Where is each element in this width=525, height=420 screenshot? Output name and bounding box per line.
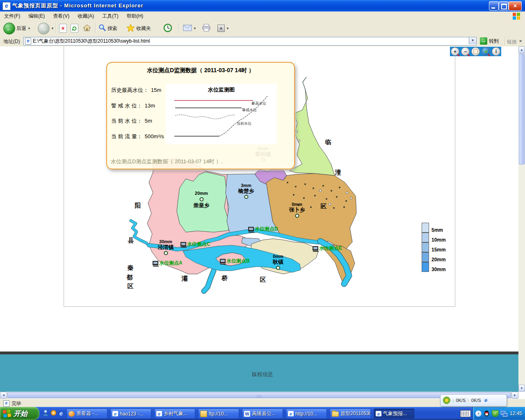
network-tray-icon[interactable]: [501, 411, 507, 417]
region-zhangbu[interactable]: [266, 173, 356, 250]
legend-label-20mm: 20mm: [431, 257, 446, 262]
net-speed-widget[interactable]: ↓ 0K/S ↑ 0K/S e: [440, 394, 507, 406]
mail-dropdown-icon[interactable]: ▼: [193, 27, 196, 30]
taskbar-button-乡村气象...[interactable]: e乡村气象...: [154, 409, 195, 419]
360-safety-icon: [443, 397, 450, 404]
zoom-in-icon[interactable]: +: [451, 47, 459, 56]
town-label-泾渭镇: 30mm泾渭镇: [158, 240, 174, 257]
stop-icon: ×: [59, 24, 67, 33]
search-label: 搜索: [107, 25, 117, 32]
ftp-icon: [200, 411, 207, 417]
vertical-scrollbar[interactable]: ▲ ▼: [518, 46, 525, 392]
town-dot-icon: [295, 214, 299, 218]
taskbar-button-hao123 -...[interactable]: ehao123 -...: [110, 409, 151, 419]
start-button[interactable]: 开始: [0, 407, 39, 420]
home-button[interactable]: [83, 22, 91, 34]
tray-clock: 12:45: [510, 411, 522, 416]
station-水位测点D[interactable]: 水位测点D: [248, 226, 278, 233]
print-button[interactable]: [202, 22, 211, 34]
menu-item-3[interactable]: 收藏(A): [73, 11, 98, 20]
taskbar-button-原型20110530[interactable]: 原型20110530: [330, 409, 371, 419]
taskbar-button-查看器 -...[interactable]: 查看器 -...: [66, 409, 107, 419]
scroll-down-icon[interactable]: ▼: [518, 385, 525, 392]
rainfall-value: 0mm: [273, 254, 283, 259]
stop-button[interactable]: ×: [59, 22, 67, 34]
links-label[interactable]: 链接: [507, 39, 517, 46]
forward-dropdown-icon[interactable]: ▼: [51, 27, 54, 30]
field-label: 当 前 流 量：: [111, 133, 142, 139]
close-button[interactable]: ×: [509, 1, 522, 11]
station-monitor-icon: [313, 246, 318, 251]
water-level-chart: 水位监测图 最高水位 警戒水位 当前水位: [166, 84, 277, 144]
taskbar-button-ftp://10...[interactable]: ftp://10...: [198, 409, 239, 419]
address-dropdown-icon[interactable]: ▼: [469, 37, 476, 44]
minimize-button[interactable]: [489, 1, 499, 11]
history-button[interactable]: [163, 22, 172, 34]
taskbar-button-高陵县公...[interactable]: W高陵县公...: [242, 409, 283, 419]
town-dot: [238, 194, 254, 201]
forward-button[interactable]: → ▼: [38, 22, 54, 34]
popup-title: 水位测点D监测数据（ 2011-03-07 14时 ）: [107, 67, 294, 74]
ie-icon: e: [376, 411, 381, 416]
taskbar: 开始 e » 查看器 -...ehao123 -...e乡村气象...ftp:/…: [0, 407, 525, 420]
quick-launch-ie-icon[interactable]: e: [57, 410, 65, 417]
station-水位测点A[interactable]: 水位测点A: [153, 260, 183, 267]
go-button[interactable]: → 转到: [480, 37, 499, 45]
pan-icon[interactable]: [471, 47, 480, 56]
mail-button[interactable]: ▼: [183, 22, 196, 34]
taskbar-button-气象预报...[interactable]: e气象预报...: [374, 409, 415, 419]
quick-launch-messenger-icon[interactable]: [42, 410, 49, 417]
print-icon: [202, 24, 211, 33]
menu-item-1[interactable]: 编辑(E): [24, 11, 49, 20]
security-shield-icon[interactable]: ✓: [492, 410, 499, 417]
history-clock-icon: [163, 23, 172, 34]
menu-item-5[interactable]: 帮助(H): [123, 11, 148, 20]
links-chevron-icon[interactable]: »: [519, 38, 522, 43]
input-method-keyboard-icon[interactable]: [460, 410, 471, 417]
station-monitor-icon: [153, 261, 158, 265]
menu-bar: 文件(F)编辑(E)查看(V)收藏(A)工具(T)帮助(H): [0, 11, 525, 21]
copyright-text: 版权信息: [0, 371, 525, 378]
address-input[interactable]: e E:\气象台\原型20110530\原型20110530\swyb-list…: [23, 37, 477, 46]
back-dropdown-icon[interactable]: ▼: [27, 27, 31, 30]
task-label: http://10...: [295, 411, 317, 417]
windows-logo-icon: [509, 12, 523, 20]
zoom-out-icon[interactable]: −: [461, 47, 470, 56]
task-label: 原型20110530: [340, 410, 371, 417]
qq-tray-icon[interactable]: [484, 411, 490, 417]
refresh-button[interactable]: [71, 22, 78, 34]
go-arrow-icon: →: [480, 37, 487, 45]
scroll-right-icon[interactable]: ►: [511, 392, 518, 399]
back-button[interactable]: ← 后退 ▼: [3, 22, 31, 34]
district-label-潼: 潼: [335, 169, 341, 176]
quick-launch-media-icon[interactable]: [50, 410, 57, 417]
station-水位测点C[interactable]: 水位测点C: [180, 241, 210, 248]
menu-item-2[interactable]: 查看(V): [49, 11, 73, 20]
favorites-button[interactable]: 收藏夹: [126, 22, 151, 34]
scroll-left-icon[interactable]: ◄: [0, 392, 7, 399]
horizontal-scroll-thumb[interactable]: ||||: [7, 392, 511, 398]
station-name: 水位测点D: [255, 226, 278, 233]
station-水位测点E[interactable]: 水位测点E: [313, 245, 342, 252]
tray-collapse-chevron-icon[interactable]: ‹: [475, 411, 482, 417]
maximize-button[interactable]: [499, 1, 509, 11]
search-button[interactable]: 搜索: [98, 22, 117, 34]
station-name: 水位测点A: [159, 260, 183, 267]
menu-item-0[interactable]: 文件(F): [0, 11, 24, 20]
toolbar-separator: [95, 23, 96, 33]
edit-dropdown-icon[interactable]: ▼: [226, 27, 229, 30]
vertical-scroll-thumb[interactable]: [519, 54, 525, 164]
taskbar-button-http://10...[interactable]: ehttp://10...: [286, 409, 327, 419]
info-icon[interactable]: i: [492, 47, 500, 56]
station-name: 水位测点E: [319, 245, 342, 252]
edit-icon: ×: [217, 25, 225, 32]
station-水位测点B[interactable]: 水位测点B: [220, 258, 250, 265]
map-toolbar: +−i: [450, 47, 501, 56]
scroll-up-icon[interactable]: ▲: [518, 46, 525, 53]
address-value: E:\气象台\原型20110530\原型20110530\swyb-list.h…: [33, 38, 150, 45]
station-monitor-icon: [248, 227, 254, 231]
task-label: 气象预报...: [383, 410, 407, 417]
menu-item-4[interactable]: 工具(T): [98, 11, 122, 20]
overview-icon[interactable]: [482, 47, 490, 56]
edit-button[interactable]: × ▼: [217, 22, 229, 34]
